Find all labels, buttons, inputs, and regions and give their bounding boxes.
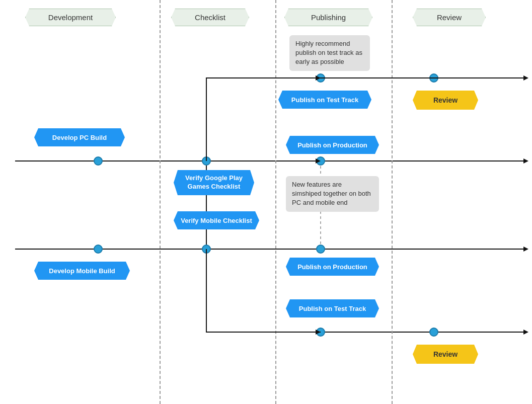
divider-3: [392, 0, 393, 404]
node-testtrack-top: [316, 73, 325, 83]
col-header-development: Development: [25, 9, 116, 26]
col-header-publishing: Publishing: [284, 9, 372, 26]
diagram: Development Checklist Publishing Review …: [0, 0, 532, 404]
publish-production-mobile-label: Publish on Production: [286, 258, 379, 276]
publish-test-track-mobile-label: Publish on Test Track: [286, 299, 379, 317]
svg-lines-2: [0, 0, 532, 404]
note-top: Highly recommend publish on test track a…: [289, 35, 370, 71]
svg-marker-1: [523, 158, 528, 164]
divider-1: [160, 0, 161, 404]
publish-test-track-top-label: Publish on Test Track: [278, 91, 371, 109]
col-header-review: Review: [413, 9, 486, 26]
svg-marker-5: [523, 330, 528, 335]
review-bottom-label: Review: [413, 345, 478, 364]
node-pc-checklist: [202, 156, 211, 166]
node-review-bottom: [429, 328, 438, 337]
develop-pc-build-label: Develop PC Build: [34, 128, 125, 146]
node-testtrack-publishing: [316, 328, 325, 337]
divider-2: [275, 0, 276, 404]
svg-overlay: [0, 0, 532, 404]
svg-marker-3: [523, 247, 528, 252]
note-mid: New features are simshiped together on b…: [286, 176, 379, 212]
node-review-top: [429, 73, 438, 83]
node-mobile-dev: [94, 245, 103, 254]
develop-mobile-build-label: Develop Mobile Build: [34, 262, 130, 280]
publish-production-pc-label: Publish on Production: [286, 136, 379, 154]
col-header-checklist: Checklist: [171, 9, 249, 26]
verify-google-play-label: Verify Google Play Games Checklist: [174, 170, 254, 195]
node-pc-publishing: [316, 156, 325, 166]
node-pc-dev: [94, 156, 103, 166]
node-mobile-publishing: [316, 245, 325, 254]
review-top-label: Review: [413, 91, 478, 110]
node-mobile-checklist: [202, 245, 211, 254]
verify-mobile-checklist-label: Verify Mobile Checklist: [174, 211, 259, 229]
svg-marker-9: [523, 75, 528, 80]
